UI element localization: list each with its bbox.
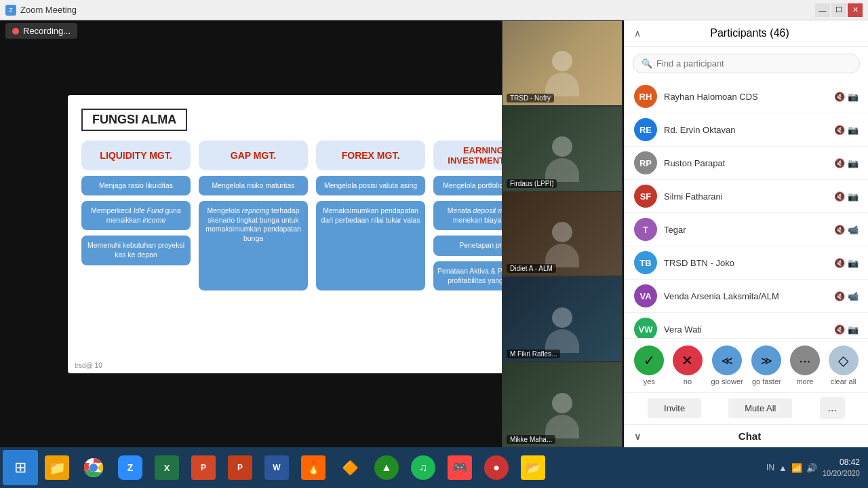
video-label-5: Mikke Maha... [507,435,555,444]
video-thumb-2[interactable]: Firdaus (LPPI) [502,106,623,191]
video-off-icon: 📷 [848,125,859,135]
list-item[interactable]: RP Ruston Parapat 🔇 📷 [625,147,868,180]
taskbar-item-excel[interactable]: X [149,450,184,485]
reactions-area: ✓ yes ✕ no ≪ go slower ≫ go faster ··· m… [625,338,868,392]
video-thumb-5[interactable]: Mikke Maha... [502,362,623,447]
mute-icon: 🔇 [834,92,845,102]
list-item[interactable]: VA Venda Arsenia Laksmita/ALM 🔇 📹 [625,280,868,313]
spotify-icon: ♫ [411,455,435,480]
tray-icon-1: ▲ [778,463,787,473]
more-options-button[interactable]: ... [820,397,845,419]
video-thumb-1[interactable]: TRSD - Nofry [502,20,623,106]
no-icon: ✕ [673,345,703,375]
yes-label: yes [644,377,655,386]
network-icon: 📶 [791,463,802,473]
video-thumb-4[interactable]: M Fikri Rafles... [502,276,623,362]
participant-icons: 🔇 📹 [834,291,859,301]
go-slower-button[interactable]: ≪ go slower [711,345,743,386]
slide: FUNGSI ALMA LIQUIDITY MGT. Menjaga rasio… [68,95,556,373]
avatar: VW [634,318,657,338]
participant-name: TRSD BTN - Joko [664,258,827,268]
go-faster-button[interactable]: ≫ go faster [751,345,781,386]
date-display: 10/20/2020 [823,468,860,478]
chat-label: Chat [641,430,859,442]
video-off-icon: 📷 [848,191,859,202]
liquidity-header: LIQUIDITY MGT. [81,140,191,170]
liquidity-card-3: Memenuhi kebutuhan proyeksi kas ke depan [81,236,191,265]
gap-header: GAP MGT. [199,140,308,170]
taskbar: ⊞ 📁 Z X P P [0,447,868,488]
panel-header: ∧ Participants (46) [625,20,868,47]
title-bar: Z Zoom Meeting — ☐ ✕ [0,0,868,20]
video-panel: TRSD - Nofry Firdaus (LPPI) Didiet A - A… [502,20,623,447]
video-thumb-3[interactable]: Didiet A - ALM [502,191,623,277]
taskbar-item-vlc[interactable]: 🔶 [332,450,368,485]
mute-icon: 🔇 [834,324,845,335]
avatar: T [634,218,657,241]
maximize-button[interactable]: ☐ [831,3,846,17]
avatar: TB [634,251,657,274]
chevron-down-icon[interactable]: ∨ [634,431,641,442]
go-slower-label: go slower [711,377,743,386]
taskbar-item-word[interactable]: W [259,450,294,485]
ppt2-icon: P [228,455,252,480]
taskbar-item-app12[interactable]: 🎮 [442,450,477,485]
more-reaction-button[interactable]: ··· more [790,345,820,386]
participant-name: Rayhan Halomoan CDS [664,92,827,102]
app8-icon: 🔥 [301,455,326,480]
explorer-icon: 📂 [521,455,545,480]
search-input[interactable] [656,58,851,69]
go-faster-icon: ≫ [751,345,781,375]
list-item[interactable]: SF Silmi Fatharani 🔇 📷 [625,180,868,213]
list-item[interactable]: VW Vera Wati 🔇 📷 [625,313,868,338]
list-item[interactable]: TB TRSD BTN - Joko 🔇 📷 [625,246,868,280]
taskbar-item-spotify[interactable]: ♫ [406,450,441,485]
participant-name: Silmi Fatharani [664,191,827,202]
list-item[interactable]: T Tegar 🔇 📹 [625,213,868,246]
taskbar-item-explorer[interactable]: 📂 [515,450,551,485]
avatar: RE [634,118,657,141]
participant-name: Vera Wati [664,324,827,335]
system-tray: IN ▲ 📶 🔊 [766,463,817,473]
mute-all-button[interactable]: Mute All [728,398,792,418]
taskbar-item-pp2[interactable]: P [222,450,258,485]
participant-icons: 🔇 📷 [834,92,859,102]
yes-reaction-button[interactable]: ✓ yes [634,345,664,386]
reactions-row: ✓ yes ✕ no ≪ go slower ≫ go faster ··· m… [630,345,863,386]
avatar: RH [634,85,657,108]
language-indicator: IN [766,463,774,472]
taskbar-item-app10[interactable]: ▲ [369,450,404,485]
no-reaction-button[interactable]: ✕ no [673,345,703,386]
list-item[interactable]: RE Rd. Ervin Oktavan 🔇 📷 [625,113,868,147]
yes-icon: ✓ [634,345,664,375]
taskbar-item-chrome[interactable] [76,450,111,485]
recording-label: Recording... [23,26,71,36]
taskbar-item-app13[interactable]: ● [479,450,514,485]
participant-icons: 🔇 📹 [834,225,859,235]
video-label-2: Firdaus (LPPI) [507,179,557,188]
clear-all-button[interactable]: ◇ clear all [829,345,859,386]
participant-name: Tegar [664,225,827,235]
forex-header: FOREX MGT. [316,140,425,170]
taskbar-item-app8[interactable]: 🔥 [296,450,331,485]
app13-icon: ● [484,455,509,480]
start-button[interactable]: ⊞ [3,450,38,485]
gap-col: GAP MGT. Mengelola risiko maturitas Meng… [199,140,308,291]
list-item[interactable]: RH Rayhan Halomoan CDS 🔇 📷 [625,80,868,113]
taskbar-item-zoom[interactable]: Z [113,450,148,485]
mute-icon: 🔇 [834,225,845,235]
mute-icon: 🔇 [834,125,845,135]
slide-watermark: trsd@ 10 [75,362,102,369]
close-button[interactable]: ✕ [848,3,863,17]
chevron-up-icon[interactable]: ∧ [634,28,641,39]
invite-button[interactable]: Invite [648,398,701,418]
search-bar[interactable]: 🔍 [633,54,860,73]
taskbar-item-powerpoint[interactable]: P [186,450,221,485]
minimize-button[interactable]: — [815,3,830,17]
participant-name: Venda Arsenia Laksmita/ALM [664,291,827,301]
video-icon: 📹 [848,225,859,235]
app12-icon: 🎮 [448,455,472,480]
taskbar-right: IN ▲ 📶 🔊 08:42 10/20/2020 [766,457,865,478]
video-off-icon: 📷 [848,92,859,102]
taskbar-item-files[interactable]: 📁 [39,450,75,485]
